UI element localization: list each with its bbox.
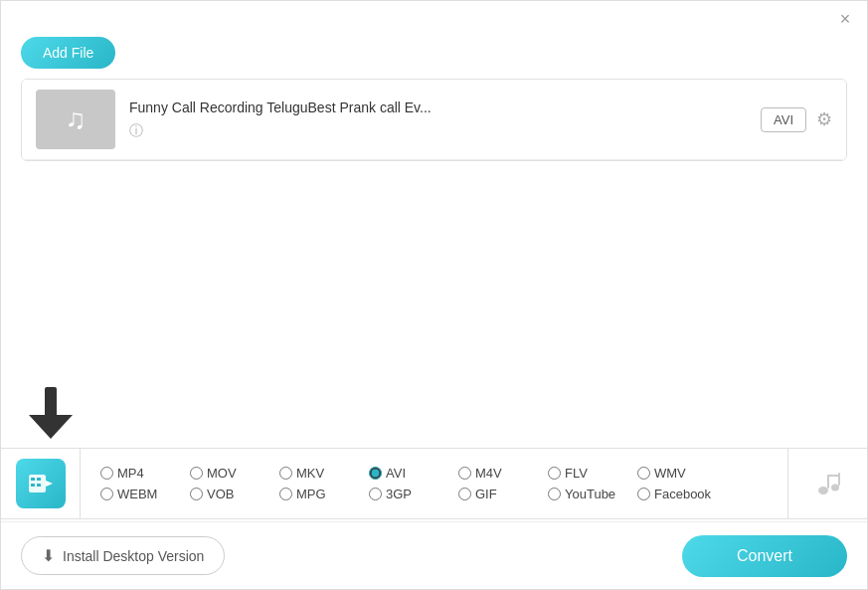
- add-file-button[interactable]: Add File: [21, 37, 115, 69]
- format-option-mkv[interactable]: MKV: [279, 466, 349, 481]
- download-icon: ⬇: [42, 546, 55, 565]
- file-list: ♫ Funny Call Recording TeluguBest Prank …: [21, 79, 847, 161]
- format-option-vob[interactable]: VOB: [190, 487, 260, 501]
- format-label-m4v: M4V: [475, 466, 502, 481]
- format-label-gif: GIF: [475, 487, 497, 501]
- format-option-facebook[interactable]: Facebook: [637, 487, 711, 501]
- file-item: ♫ Funny Call Recording TeluguBest Prank …: [22, 80, 846, 160]
- down-arrow-icon: [29, 387, 73, 445]
- format-label-avi: AVI: [386, 466, 406, 481]
- file-info: Funny Call Recording TeluguBest Prank ca…: [115, 99, 761, 140]
- svg-point-9: [831, 485, 839, 492]
- toolbar: Add File: [1, 37, 867, 79]
- format-option-mp4[interactable]: MP4: [100, 466, 170, 481]
- format-option-youtube[interactable]: YouTube: [548, 487, 617, 501]
- svg-point-8: [818, 487, 828, 494]
- install-button[interactable]: ⬇ Install Desktop Version: [21, 536, 225, 575]
- format-option-flv[interactable]: FLV: [548, 466, 617, 481]
- format-option-mpg[interactable]: MPG: [279, 487, 349, 501]
- format-option-avi[interactable]: AVI: [369, 466, 438, 481]
- format-label-facebook: Facebook: [654, 487, 711, 501]
- svg-rect-12: [827, 475, 840, 477]
- format-label-webm: WEBM: [117, 487, 157, 501]
- audio-format-icon[interactable]: [787, 449, 867, 518]
- format-badge[interactable]: AVI: [761, 107, 806, 132]
- title-bar: ×: [1, 1, 867, 37]
- music-icon: ♫: [66, 103, 87, 135]
- svg-marker-3: [46, 481, 53, 487]
- format-row-2: WEBMVOBMPG3GPGIFYouTubeFacebook: [100, 487, 768, 501]
- format-option-webm[interactable]: WEBM: [100, 487, 170, 501]
- format-option-mov[interactable]: MOV: [190, 466, 260, 481]
- empty-area: [1, 161, 867, 380]
- format-section: MP4MOVMKVAVIM4VFLVWMV WEBMVOBMPG3GPGIFYo…: [1, 448, 867, 519]
- format-label-mov: MOV: [207, 466, 237, 481]
- format-option-wmv[interactable]: WMV: [637, 466, 707, 481]
- format-label-youtube: YouTube: [565, 487, 615, 501]
- file-name: Funny Call Recording TeluguBest Prank ca…: [129, 99, 747, 115]
- install-label: Install Desktop Version: [63, 548, 204, 564]
- format-label-3gp: 3GP: [386, 487, 412, 501]
- convert-button[interactable]: Convert: [682, 535, 847, 577]
- video-format-icon[interactable]: [1, 449, 81, 518]
- svg-rect-6: [31, 484, 35, 487]
- format-row-1: MP4MOVMKVAVIM4VFLVWMV: [100, 466, 768, 481]
- format-option-m4v[interactable]: M4V: [458, 466, 528, 481]
- file-thumbnail: ♫: [36, 90, 115, 149]
- svg-rect-7: [37, 484, 41, 487]
- format-option-3gp[interactable]: 3GP: [369, 487, 438, 501]
- svg-rect-11: [838, 473, 840, 486]
- format-label-vob: VOB: [207, 487, 234, 501]
- close-button[interactable]: ×: [835, 9, 855, 29]
- svg-rect-0: [45, 387, 57, 419]
- format-options: MP4MOVMKVAVIM4VFLVWMV WEBMVOBMPG3GPGIFYo…: [81, 458, 787, 509]
- settings-icon[interactable]: ⚙: [816, 108, 832, 130]
- video-icon-box: [16, 459, 66, 508]
- format-label-mkv: MKV: [296, 466, 324, 481]
- format-option-gif[interactable]: GIF: [458, 487, 528, 501]
- format-label-mp4: MP4: [117, 466, 144, 481]
- format-label-wmv: WMV: [654, 466, 686, 481]
- info-icon[interactable]: ⓘ: [129, 122, 143, 138]
- file-actions: AVI ⚙: [761, 107, 832, 132]
- format-label-mpg: MPG: [296, 487, 326, 501]
- svg-rect-10: [827, 475, 829, 489]
- format-label-flv: FLV: [565, 466, 588, 481]
- format-inner: MP4MOVMKVAVIM4VFLVWMV WEBMVOBMPG3GPGIFYo…: [1, 449, 867, 518]
- audio-icon-box: [803, 459, 853, 508]
- bottom-bar: ⬇ Install Desktop Version Convert: [1, 521, 867, 589]
- svg-rect-5: [37, 478, 41, 481]
- svg-rect-4: [31, 478, 35, 481]
- svg-marker-1: [29, 415, 73, 439]
